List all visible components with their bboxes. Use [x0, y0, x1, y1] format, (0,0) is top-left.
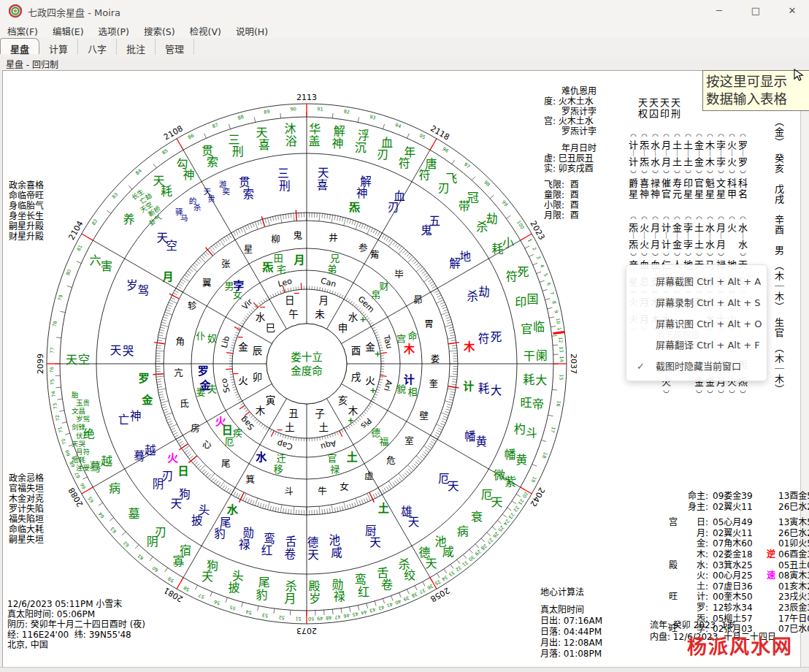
svg-text:24: 24 [502, 518, 510, 526]
svg-text:德: 德 [371, 427, 380, 438]
menu-选项(P)[interactable]: 选项(P) [91, 22, 137, 38]
svg-text:殿: 殿 [309, 579, 321, 593]
svg-text:19: 19 [530, 476, 538, 484]
close-button[interactable]: ✕ [775, 0, 809, 22]
svg-text:日: 日 [222, 424, 233, 437]
svg-text:2099: 2099 [37, 354, 45, 374]
svg-text:舌: 舌 [377, 566, 388, 580]
svg-text:刃: 刃 [388, 201, 399, 214]
menu-说明(H)[interactable]: 说明(H) [229, 22, 275, 38]
svg-text:养: 养 [123, 213, 134, 226]
inauspicious-patterns-block: 政余忌格官福失垣木金对克罗计失陷福失陷垣命临大耗嗣星失垣 [9, 473, 44, 545]
svg-text:Ari: Ari [382, 379, 394, 392]
tab-八字[interactable]: 八字 [78, 39, 117, 55]
svg-text:亡: 亡 [118, 413, 130, 427]
svg-text:鬼: 鬼 [421, 224, 432, 237]
svg-text:尾: 尾 [221, 458, 231, 469]
menu-检视(V)[interactable]: 检视(V) [183, 22, 229, 38]
svg-text:越: 越 [145, 444, 156, 457]
svg-text:奕: 奕 [222, 187, 230, 196]
tab-管理[interactable]: 管理 [156, 39, 194, 55]
svg-text:死: 死 [517, 265, 529, 279]
svg-text:咸: 咸 [331, 546, 342, 560]
svg-text:马: 马 [180, 213, 188, 222]
astrology-wheel[interactable]: 1234567891011121314202315161718192037202… [37, 93, 577, 634]
svg-text:7: 7 [548, 291, 555, 295]
menu-编辑(E)[interactable]: 编辑(E) [45, 22, 91, 38]
svg-text:87: 87 [212, 122, 220, 129]
svg-text:木: 木 [348, 405, 359, 416]
svg-text:三: 三 [277, 167, 289, 180]
menu-搜索(S)[interactable]: 搜索(S) [137, 22, 183, 38]
svg-text:土: 土 [378, 502, 389, 515]
svg-text:金: 金 [199, 379, 212, 392]
svg-text:刑: 刑 [279, 180, 291, 193]
svg-text:鸾: 鸾 [355, 573, 367, 587]
svg-text:88: 88 [237, 114, 245, 121]
svg-text:哭: 哭 [123, 345, 134, 358]
svg-text:2081: 2081 [162, 585, 185, 603]
svg-text:6: 6 [545, 282, 552, 286]
svg-text:沉: 沉 [355, 141, 367, 155]
checkmark-icon: ✓ [637, 356, 645, 377]
svg-text:2104: 2104 [66, 219, 85, 242]
svg-text:90: 90 [290, 106, 296, 112]
tab-星盘[interactable]: 星盘 [0, 38, 39, 54]
view-mode-label: 星盘 - 回归制 [6, 58, 58, 70]
svg-text:天: 天 [307, 549, 319, 562]
svg-text:月: 月 [294, 253, 305, 267]
svg-text:33: 33 [448, 569, 456, 577]
svg-text:17: 17 [549, 426, 556, 433]
svg-text:炁: 炁 [261, 261, 273, 274]
svg-text:刃: 刃 [162, 470, 174, 483]
svg-text:六: 六 [90, 253, 101, 267]
svg-text:神: 神 [130, 410, 142, 423]
svg-text:31: 31 [461, 560, 469, 568]
title-bar: 七政四余星盘 - Moira ─ □ ✕ [0, 0, 809, 23]
svg-text:参: 参 [359, 243, 368, 253]
svg-text:53: 53 [261, 612, 268, 619]
svg-text:斗: 斗 [526, 426, 537, 440]
svg-text:杀: 杀 [193, 203, 202, 212]
svg-text:47: 47 [334, 614, 341, 620]
tab-批注[interactable]: 批注 [117, 39, 156, 55]
svg-text:文昌: 文昌 [72, 407, 85, 415]
svg-text:罗: 罗 [198, 364, 209, 378]
svg-text:+: + [360, 315, 367, 324]
svg-text:旺: 旺 [520, 396, 532, 410]
svg-text:94: 94 [394, 122, 402, 129]
svg-text:99: 99 [500, 199, 508, 207]
minimize-button[interactable]: ─ [702, 0, 736, 22]
svg-text:炁: 炁 [348, 201, 360, 214]
svg-text:干: 干 [524, 349, 535, 363]
svg-text:勋: 勋 [331, 578, 343, 592]
context-menu-item[interactable]: 屏幕识图 Ctrl + Alt + O [626, 313, 767, 335]
svg-text:头: 头 [232, 569, 244, 583]
context-menu-item[interactable]: 屏幕截图 Ctrl + Alt + A [626, 271, 767, 292]
svg-text:大: 大 [535, 373, 547, 387]
context-menu-item[interactable]: 屏幕翻译 Ctrl + Alt + F [626, 335, 767, 356]
svg-text:德: 德 [307, 536, 319, 549]
svg-text:病: 病 [457, 524, 469, 538]
svg-text:42: 42 [377, 604, 385, 611]
tab-计算[interactable]: 计算 [39, 39, 78, 55]
svg-text:张: 张 [221, 259, 231, 270]
svg-text:月符: 月符 [76, 448, 90, 456]
maximize-button[interactable]: □ [739, 0, 772, 22]
svg-text:相: 相 [407, 386, 417, 397]
svg-text:弟: 弟 [327, 264, 337, 275]
svg-text:38: 38 [410, 591, 418, 599]
svg-text:水: 水 [256, 311, 266, 323]
svg-text:15: 15 [558, 374, 564, 381]
svg-text:氐: 氐 [180, 398, 189, 409]
context-menu-item[interactable]: 屏幕录制 Ctrl + Alt + S [626, 292, 767, 313]
context-menu-item[interactable]: ✓截图时隐藏当前窗口 [626, 356, 767, 377]
svg-text:箕: 箕 [246, 474, 256, 485]
menu-档案(F)[interactable]: 档案(F) [0, 22, 45, 38]
svg-text:娄: 娄 [431, 354, 440, 364]
planet-row: 旺计:00奎木5023戌火39+ [641, 592, 809, 603]
svg-text:60: 60 [151, 565, 159, 573]
svg-text:符: 符 [478, 332, 490, 345]
svg-text:罗: 罗 [138, 372, 149, 385]
svg-text:喜: 喜 [258, 138, 270, 152]
